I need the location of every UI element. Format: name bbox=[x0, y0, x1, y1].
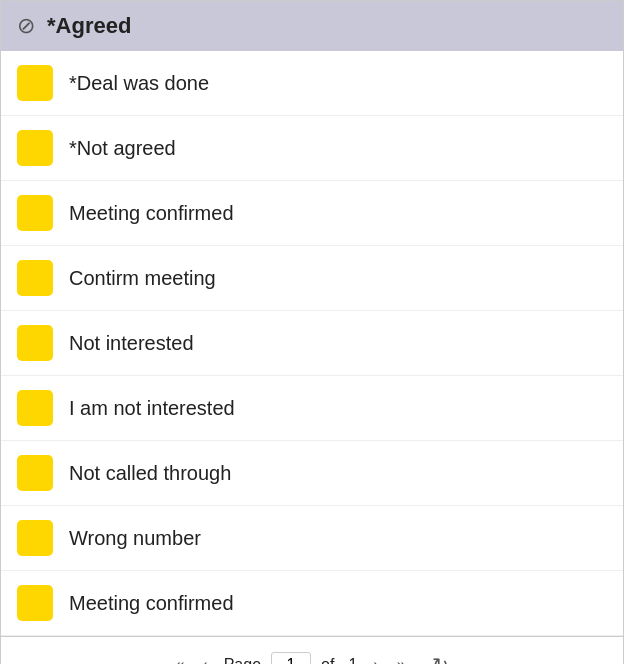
list-item[interactable]: *Not agreed bbox=[1, 116, 623, 181]
item-label: *Deal was done bbox=[69, 72, 209, 95]
next-page-button[interactable]: › bbox=[367, 652, 384, 664]
status-icon bbox=[17, 455, 53, 491]
main-container: ⊘ *Agreed *Deal was done*Not agreedMeeti… bbox=[0, 0, 624, 664]
list-item[interactable]: I am not interested bbox=[1, 376, 623, 441]
item-label: Not called through bbox=[69, 462, 231, 485]
list-item[interactable]: Not called through bbox=[1, 441, 623, 506]
status-icon bbox=[17, 195, 53, 231]
prev-page-button[interactable]: ‹ bbox=[196, 652, 213, 664]
item-label: Meeting confirmed bbox=[69, 202, 234, 225]
list-item[interactable]: Wrong number bbox=[1, 506, 623, 571]
status-icon bbox=[17, 325, 53, 361]
list-item[interactable]: Not interested bbox=[1, 311, 623, 376]
list-item[interactable]: *Deal was done bbox=[1, 51, 623, 116]
status-icon bbox=[17, 130, 53, 166]
refresh-button[interactable]: ↻ bbox=[426, 649, 455, 664]
item-label: Contirm meeting bbox=[69, 267, 216, 290]
item-label: *Not agreed bbox=[69, 137, 176, 160]
list-item[interactable]: Meeting confirmed bbox=[1, 181, 623, 246]
status-icon bbox=[17, 65, 53, 101]
status-icon bbox=[17, 260, 53, 296]
header-row: ⊘ *Agreed bbox=[1, 1, 623, 51]
of-label: of bbox=[321, 656, 334, 664]
page-label: Page bbox=[224, 656, 261, 664]
item-label: I am not interested bbox=[69, 397, 235, 420]
status-icon bbox=[17, 390, 53, 426]
item-label: Wrong number bbox=[69, 527, 201, 550]
item-label: Meeting confirmed bbox=[69, 592, 234, 615]
total-pages: 1 bbox=[348, 656, 357, 664]
pagination-row: « ‹ Page of 1 › » ↻ bbox=[1, 636, 623, 664]
item-label: Not interested bbox=[69, 332, 194, 355]
list-item[interactable]: Meeting confirmed bbox=[1, 571, 623, 636]
status-icon bbox=[17, 520, 53, 556]
last-page-button[interactable]: » bbox=[391, 652, 412, 664]
header-title: *Agreed bbox=[47, 13, 131, 39]
page-input[interactable] bbox=[271, 652, 311, 664]
list-item[interactable]: Contirm meeting bbox=[1, 246, 623, 311]
status-icon bbox=[17, 585, 53, 621]
first-page-button[interactable]: « bbox=[169, 652, 190, 664]
agreed-icon: ⊘ bbox=[17, 13, 35, 39]
list-body: *Deal was done*Not agreedMeeting confirm… bbox=[1, 51, 623, 636]
